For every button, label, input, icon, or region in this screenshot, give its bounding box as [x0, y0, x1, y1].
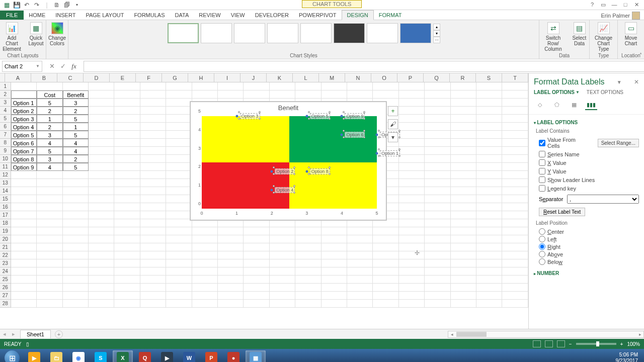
- cell-E14[interactable]: [114, 187, 140, 195]
- taskbar-media-player[interactable]: ▶: [24, 350, 44, 362]
- taskbar-chrome[interactable]: ◉: [68, 350, 89, 362]
- cell-A14[interactable]: [11, 187, 37, 195]
- cell-R20[interactable]: [451, 235, 476, 243]
- cell-B15[interactable]: [37, 195, 62, 203]
- row-header-1[interactable]: 1: [0, 82, 11, 90]
- cell-Q14[interactable]: [425, 187, 450, 195]
- cell-N24[interactable]: [347, 267, 373, 276]
- cell-P5[interactable]: [399, 115, 425, 123]
- cell-T26[interactable]: [502, 284, 528, 292]
- row-header-6[interactable]: 6: [0, 123, 11, 131]
- cell-T27[interactable]: [502, 292, 528, 300]
- select-range-button[interactable]: Select Range...: [598, 139, 639, 147]
- cell-S14[interactable]: [476, 187, 502, 195]
- cell-B11[interactable]: 4: [37, 163, 62, 171]
- cell-G3[interactable]: [166, 99, 192, 107]
- cell-G4[interactable]: [166, 107, 192, 115]
- cell-G27[interactable]: [166, 292, 192, 300]
- col-header-T[interactable]: T: [502, 73, 528, 82]
- start-button[interactable]: ⊞: [2, 350, 22, 362]
- cell-D26[interactable]: [89, 284, 114, 292]
- cell-F13[interactable]: [140, 179, 166, 187]
- cell-I19[interactable]: [218, 227, 244, 235]
- cell-F5[interactable]: [140, 115, 166, 123]
- cell-G13[interactable]: [166, 179, 192, 187]
- cell-Q21[interactable]: [425, 243, 450, 251]
- cell-P20[interactable]: [399, 235, 425, 243]
- move-chart-button[interactable]: ▭Move Chart: [620, 21, 642, 47]
- cell-J2[interactable]: [244, 90, 269, 99]
- col-header-L[interactable]: L: [293, 73, 319, 82]
- cell-P18[interactable]: [399, 219, 425, 227]
- cell-E26[interactable]: [114, 284, 140, 292]
- tab-file[interactable]: FILE: [0, 11, 24, 20]
- cell-E4[interactable]: [114, 107, 140, 115]
- cell-P26[interactable]: [399, 284, 425, 292]
- cell-E19[interactable]: [114, 227, 140, 235]
- cell-G24[interactable]: [166, 267, 192, 276]
- cell-I1[interactable]: [218, 82, 244, 90]
- data-label[interactable]: Option 4: [275, 187, 295, 193]
- cell-F2[interactable]: [140, 90, 166, 99]
- cell-S23[interactable]: [476, 259, 502, 267]
- close-pane-icon[interactable]: ✕: [634, 78, 639, 85]
- cell-F25[interactable]: [140, 276, 166, 284]
- cell-E6[interactable]: [114, 123, 140, 131]
- cell-P19[interactable]: [399, 227, 425, 235]
- cell-K28[interactable]: [270, 300, 295, 308]
- cell-D6[interactable]: [89, 123, 114, 131]
- cell-F24[interactable]: [140, 267, 166, 276]
- row-header-16[interactable]: 16: [0, 203, 11, 211]
- zoom-slider[interactable]: [576, 343, 616, 345]
- cell-F16[interactable]: [140, 203, 166, 211]
- cell-C27[interactable]: [63, 292, 89, 300]
- chart-style-1[interactable]: [168, 23, 199, 43]
- cell-T9[interactable]: [502, 147, 528, 155]
- data-label[interactable]: Option 6: [345, 132, 365, 138]
- cell-A22[interactable]: [11, 251, 37, 259]
- cell-R8[interactable]: [451, 139, 476, 147]
- cell-B22[interactable]: [37, 251, 62, 259]
- cell-K23[interactable]: [270, 259, 295, 267]
- cell-L26[interactable]: [295, 284, 321, 292]
- cell-B13[interactable]: [37, 179, 62, 187]
- cell-P17[interactable]: [399, 211, 425, 219]
- cell-G10[interactable]: [166, 155, 192, 163]
- chart-style-6[interactable]: [334, 23, 365, 43]
- embedded-chart[interactable]: Benefit Option 1Option 2Option 3Option 4…: [190, 102, 386, 220]
- cell-H18[interactable]: [192, 219, 218, 227]
- cell-Q9[interactable]: [425, 147, 450, 155]
- cell-B18[interactable]: [37, 219, 62, 227]
- cell-R6[interactable]: [451, 123, 476, 131]
- qat-custom-icon[interactable]: 🗎: [53, 2, 60, 9]
- cell-F15[interactable]: [140, 195, 166, 203]
- cell-Q2[interactable]: [425, 90, 450, 99]
- cell-A23[interactable]: [11, 259, 37, 267]
- cell-Q13[interactable]: [425, 179, 450, 187]
- cell-C5[interactable]: 5: [63, 115, 89, 123]
- number-section[interactable]: NUMBER: [534, 268, 639, 278]
- cell-N27[interactable]: [347, 292, 373, 300]
- cell-T6[interactable]: [502, 123, 528, 131]
- cell-R15[interactable]: [451, 195, 476, 203]
- cell-P4[interactable]: [399, 107, 425, 115]
- cell-R19[interactable]: [451, 227, 476, 235]
- undo-icon[interactable]: ↶: [23, 2, 30, 9]
- row-header-4[interactable]: 4: [0, 107, 11, 115]
- cell-F7[interactable]: [140, 131, 166, 139]
- cell-R27[interactable]: [451, 292, 476, 300]
- row-header-22[interactable]: 22: [0, 251, 11, 259]
- worksheet-grid[interactable]: ABCDEFGHIJKLMNOPQRST 12CostBenefit3Optio…: [0, 73, 528, 329]
- chart-style-5[interactable]: [300, 23, 332, 43]
- cell-R24[interactable]: [451, 267, 476, 276]
- cell-K2[interactable]: [270, 90, 295, 99]
- cell-R10[interactable]: [451, 155, 476, 163]
- cell-Q18[interactable]: [425, 219, 450, 227]
- cell-H25[interactable]: [192, 276, 218, 284]
- cell-K18[interactable]: [270, 219, 295, 227]
- cell-E28[interactable]: [114, 300, 140, 308]
- cell-E22[interactable]: [114, 251, 140, 259]
- cell-A16[interactable]: [11, 203, 37, 211]
- cell-D24[interactable]: [89, 267, 114, 276]
- taskbar-excel[interactable]: X: [113, 350, 133, 362]
